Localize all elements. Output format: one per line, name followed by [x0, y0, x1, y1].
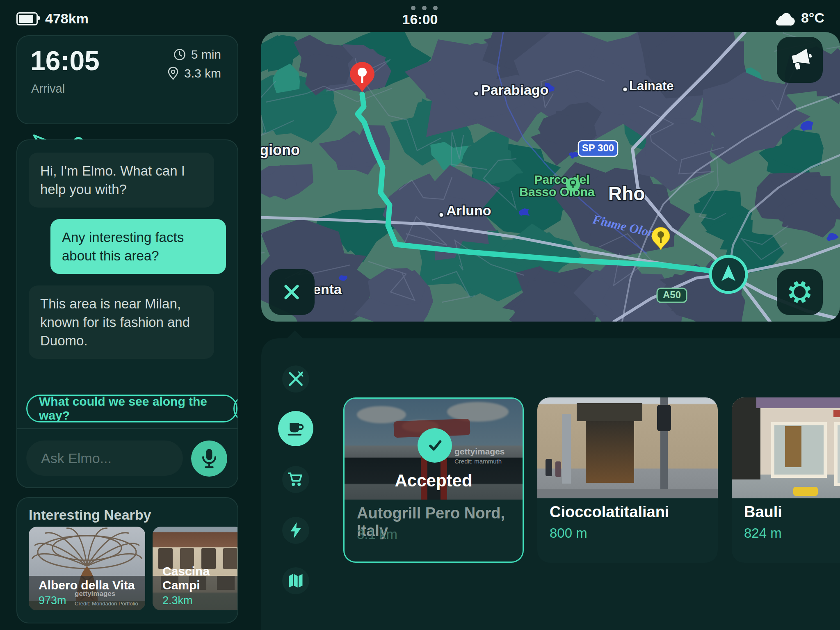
getty-watermark: gettyimages [454, 446, 505, 457]
category-map-button[interactable] [282, 567, 309, 594]
weather-status: 8°C [774, 10, 824, 26]
arrival-label: Arrival [31, 82, 65, 96]
nearby-title: Interesting Nearby [29, 507, 151, 523]
assistant-chat-card: Hi, I'm Elmo. What can I help you with? … [16, 139, 238, 488]
road-badge-label: SP 300 [582, 142, 614, 153]
folded-map-icon [288, 573, 304, 589]
cart-icon [287, 471, 304, 488]
category-restaurants-button[interactable] [282, 365, 309, 393]
accepted-label: Accepted [345, 471, 523, 491]
poi-distance: 3.1 km [357, 527, 397, 542]
map-town-label: enta [313, 281, 342, 297]
cioccolatitaliani-photo [537, 397, 718, 498]
suggestion-chip[interactable]: What could we see along the way? [26, 395, 237, 422]
microphone-icon [200, 448, 218, 469]
poi-title: Bauli [744, 503, 782, 521]
assistant-message: Hi, I'm Elmo. What can I help you with? [29, 153, 214, 208]
map-settings-button[interactable] [777, 269, 823, 315]
navigation-map[interactable]: SP 300A50ParabiagoLainateArlunoRhogionoe… [261, 32, 840, 322]
poi-title: Cioccolatitaliani [550, 503, 669, 521]
ask-elmo-input[interactable] [26, 450, 183, 466]
ask-input-pill[interactable] [26, 441, 183, 476]
getty-credit: Credit: Mondadori Portfolio [75, 600, 138, 607]
poi-distance: 824 m [744, 525, 782, 541]
user-message: Any interesting facts about this area? [50, 219, 226, 274]
map-town-label: giono [261, 142, 300, 158]
bolt-icon [288, 522, 303, 539]
megaphone-icon [787, 48, 813, 72]
temperature: 8°C [801, 10, 824, 26]
category-shopping-button[interactable] [282, 466, 309, 493]
assistant-message: This area is near Milan, known for its f… [29, 285, 214, 359]
map-town-label: Arluno [446, 203, 491, 218]
nearby-item-distance: 2.3km [162, 594, 193, 607]
suggestion-chip-partial[interactable] [233, 395, 238, 422]
arrival-card: 16:05 Arrival 5 min 3.3 km [16, 35, 238, 124]
cloud-icon [774, 10, 795, 26]
accepted-check-badge [418, 428, 452, 463]
close-icon [281, 281, 302, 303]
microphone-button[interactable] [191, 441, 227, 477]
getty-credit: Credit: mammuth [454, 458, 502, 466]
chat-divider [17, 428, 237, 429]
road-badge-label: A50 [663, 289, 681, 300]
park-label: Basso Olona [519, 185, 595, 199]
poi-distance: 800 m [550, 525, 587, 541]
check-icon [425, 436, 445, 455]
map-town-label: Lainate [629, 79, 674, 93]
park-label: Parco del [534, 173, 589, 186]
map-town-label: Rho [608, 183, 645, 204]
poi-card-bauli[interactable]: Bauli 824 m [732, 397, 840, 563]
status-dots [411, 6, 438, 10]
nearby-item-name: Albero della Vita [39, 578, 135, 592]
clock-icon [173, 48, 186, 61]
announcements-button[interactable] [777, 37, 823, 83]
status-clock: 16:00 [0, 11, 840, 27]
nearby-item-albero-della-vita[interactable]: gettyimages Credit: Mondadori Portfolio … [29, 527, 145, 610]
trip-distance: 3.3 km [167, 66, 221, 80]
close-map-button[interactable] [269, 269, 315, 315]
poi-card-cioccolatitaliani[interactable]: Cioccolatitaliani 800 m [537, 397, 718, 563]
gear-icon [787, 279, 813, 305]
utensils-icon [288, 371, 304, 387]
nearby-item-cascina-campi[interactable]: Cascina Campi 2.3km [153, 527, 238, 610]
nearby-item-distance: 973m [39, 594, 66, 607]
nearby-item-name: Cascina Campi [162, 564, 238, 592]
interesting-nearby-card: Interesting Nearby [16, 497, 238, 623]
coffee-cup-icon [286, 419, 306, 438]
poi-bottom-sheet: gettyimages Credit: mammuth Accepted Aut… [261, 338, 840, 630]
category-cafes-button[interactable] [278, 411, 313, 446]
infotainment-screen: 478km 16:00 8°C 16:05 Arrival 5 min [0, 0, 840, 630]
trip-duration: 5 min [173, 48, 221, 62]
map-town-label: Parabiago [481, 82, 548, 98]
location-pin-icon [167, 66, 179, 80]
category-charging-button[interactable] [282, 517, 309, 544]
poi-card-autogrill[interactable]: gettyimages Credit: mammuth Accepted Aut… [343, 397, 524, 563]
sheet-tail [285, 330, 304, 349]
arrival-time: 16:05 [30, 45, 100, 76]
bauli-photo [732, 397, 840, 498]
